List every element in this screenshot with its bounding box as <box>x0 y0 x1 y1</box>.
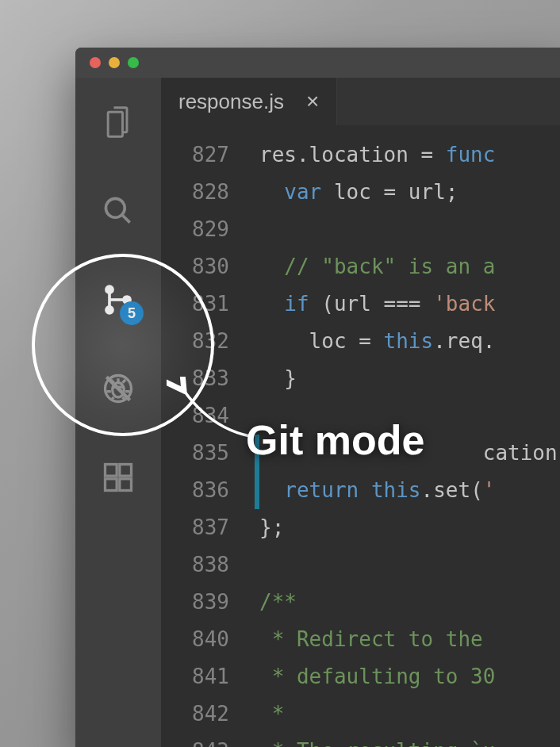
code-line: 830 // "back" is an a <box>161 248 560 285</box>
code-line: 840 * Redirect to the <box>161 621 560 658</box>
line-number: 835 <box>161 435 255 472</box>
tab-response-js[interactable]: response.js × <box>161 78 337 125</box>
code-line: 833 } <box>161 360 560 397</box>
close-window-button[interactable] <box>90 57 101 68</box>
code-line: 837}; <box>161 509 560 546</box>
line-number: 838 <box>161 546 255 584</box>
code-line: 839/** <box>161 584 560 621</box>
code-line: 831 if (url === 'back <box>161 285 560 323</box>
line-content: * <box>259 695 560 733</box>
svg-rect-7 <box>105 479 117 491</box>
line-content <box>259 397 560 435</box>
screenshot-canvas: 5 <box>0 0 560 747</box>
line-content: var loc = url; <box>259 174 560 211</box>
line-number: 829 <box>161 211 255 248</box>
tab-bar: response.js × <box>161 78 560 125</box>
line-content: } <box>259 360 560 397</box>
line-number: 836 <box>161 472 255 509</box>
zoom-window-button[interactable] <box>128 57 139 68</box>
line-content: // "back" is an a <box>259 248 560 285</box>
line-content: loc = this.req. <box>259 323 560 360</box>
line-content <box>259 546 560 584</box>
explorer-icon[interactable] <box>98 102 139 143</box>
line-content: res.location = func <box>259 136 560 174</box>
line-content <box>259 211 560 248</box>
line-number: 842 <box>161 695 255 733</box>
code-line: 841 * defaulting to 30 <box>161 658 560 695</box>
line-number: 837 <box>161 509 255 546</box>
code-line: 836 return this.set(' <box>161 472 560 509</box>
line-content: /** <box>259 584 560 621</box>
debug-icon[interactable] <box>98 368 139 409</box>
svg-rect-6 <box>105 465 117 477</box>
code-line: 835 cation <box>161 435 560 472</box>
code-line: 842 * <box>161 695 560 733</box>
line-number: 832 <box>161 323 255 360</box>
editor-area: response.js × 827res.location = func828 … <box>161 78 560 747</box>
line-number: 831 <box>161 285 255 323</box>
line-number: 833 <box>161 360 255 397</box>
line-content: * Redirect to the <box>259 621 560 658</box>
git-changes-badge: 5 <box>120 301 144 325</box>
line-content: if (url === 'back <box>259 285 560 323</box>
line-content: * defaulting to 30 <box>259 658 560 695</box>
line-content: }; <box>259 509 560 546</box>
code-line: 832 loc = this.req. <box>161 323 560 360</box>
svg-rect-9 <box>120 465 132 477</box>
tab-label: response.js <box>178 90 284 114</box>
source-control-icon[interactable]: 5 <box>98 279 139 320</box>
editor-window: 5 <box>75 48 560 747</box>
code-line: 838 <box>161 546 560 584</box>
close-icon[interactable]: × <box>306 90 319 113</box>
svg-point-1 <box>106 286 113 293</box>
activity-bar: 5 <box>75 78 161 747</box>
line-number: 834 <box>161 397 255 435</box>
code-line: 829 <box>161 211 560 248</box>
window-titlebar <box>75 48 560 78</box>
code-line: 843 * The resulting `u <box>161 733 560 747</box>
line-number: 828 <box>161 174 255 211</box>
svg-rect-8 <box>120 479 132 491</box>
extensions-icon[interactable] <box>98 457 139 498</box>
line-number: 827 <box>161 136 255 174</box>
line-content: cation <box>259 435 560 472</box>
line-number: 841 <box>161 658 255 695</box>
svg-point-0 <box>105 198 125 217</box>
line-number: 843 <box>161 733 255 747</box>
search-icon[interactable] <box>98 190 139 232</box>
line-content: * The resulting `u <box>259 733 560 747</box>
line-content: return this.set(' <box>259 472 560 509</box>
code-editor[interactable]: 827res.location = func828 var loc = url;… <box>161 125 560 747</box>
line-number: 839 <box>161 584 255 621</box>
code-line: 827res.location = func <box>161 136 560 174</box>
minimize-window-button[interactable] <box>109 57 120 68</box>
line-number: 830 <box>161 248 255 285</box>
code-line: 834 <box>161 397 560 435</box>
code-line: 828 var loc = url; <box>161 174 560 211</box>
svg-point-2 <box>106 307 113 313</box>
line-number: 840 <box>161 621 255 658</box>
